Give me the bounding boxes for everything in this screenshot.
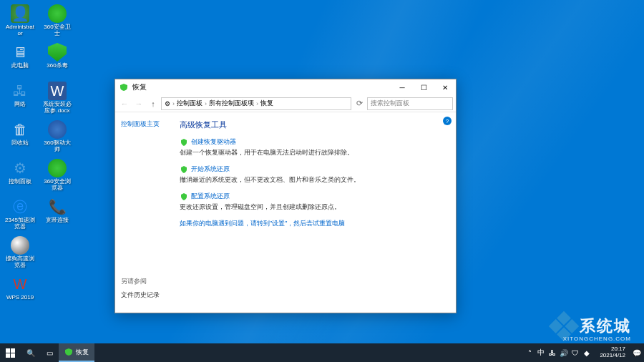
chevron-right-icon: ›: [172, 100, 175, 107]
titlebar[interactable]: 恢复 ─ ☐ ✕: [115, 79, 456, 95]
desktop-icon-2345-browser[interactable]: ⓔ 2345加速浏览器: [3, 196, 37, 233]
desktop-icon-360-guard[interactable]: 360安全卫士: [40, 3, 74, 40]
recovery-window: 恢复 ─ ☐ ✕ ← → ↑ ⚙ › 控制面板 › 所有控制面板项 › 恢复 ⟳…: [114, 79, 457, 313]
tool-desc: 创建一个恢复驱动器，用于在电脑无法启动时进行故障排除。: [180, 148, 447, 157]
watermark-url: XITONGCHENG.COM: [563, 336, 631, 342]
tool-create-recovery-drive: 创建恢复驱动器 创建一个恢复驱动器，用于在电脑无法启动时进行故障排除。: [180, 137, 447, 157]
browser-icon: ⓔ: [11, 197, 29, 216]
navbar: ← → ↑ ⚙ › 控制面板 › 所有控制面板项 › 恢复 ⟳ 搜索控制面板: [115, 95, 456, 112]
360-driver-icon: [48, 120, 67, 139]
section-title: 高级恢复工具: [180, 119, 447, 130]
chevron-right-icon: ›: [256, 100, 258, 107]
tray-chevron-up-icon[interactable]: ˄: [525, 348, 534, 357]
svg-rect-0: [6, 348, 10, 353]
main-pane: ? 高级恢复工具 创建恢复驱动器 创建一个恢复驱动器，用于在电脑无法启动时进行故…: [171, 112, 456, 313]
tool-desc: 更改还原设置，管理磁盘空间，并且创建或删除还原点。: [180, 202, 447, 212]
svg-rect-2: [6, 353, 10, 358]
clock-date: 2021/4/12: [600, 353, 625, 359]
tool-desc: 撤消最近的系统更改，但不更改文档、图片和音乐之类的文件。: [180, 175, 447, 185]
tray-ime-icon[interactable]: 中: [537, 348, 545, 357]
desktop-icon-dialup[interactable]: 📞 宽带连接: [40, 196, 74, 233]
control-panel-icon: ⚙: [165, 100, 170, 107]
360-browser-icon: [48, 159, 67, 177]
tray-shield-icon[interactable]: 🛡: [571, 348, 580, 357]
shield-icon: [180, 165, 188, 174]
taskbar-clock[interactable]: 20:17 2021/4/12: [595, 346, 630, 359]
notification-icon: 💬: [633, 349, 641, 357]
reset-pc-hint-link[interactable]: 如果你的电脑遇到问题，请转到"设置"，然后尝试重置电脑: [180, 220, 345, 227]
chevron-right-icon: ›: [205, 100, 207, 107]
sidebar-home-link[interactable]: 控制面板主页: [121, 120, 160, 127]
svg-rect-1: [11, 348, 15, 353]
back-button[interactable]: ←: [118, 97, 131, 110]
breadcrumb-item[interactable]: 控制面板: [177, 99, 203, 108]
close-button[interactable]: ✕: [434, 80, 456, 94]
up-button[interactable]: ↑: [147, 97, 160, 110]
dialup-icon: 📞: [48, 197, 67, 216]
desktop-icon-wps[interactable]: W WPS 2019: [3, 273, 37, 310]
desktop-icon-sys-req-doc[interactable]: W 系统安装必应参.docx: [40, 80, 74, 117]
system-restore-link[interactable]: 开始系统还原: [191, 165, 230, 174]
desktop-icon-administrator[interactable]: 👤 Administrator: [3, 3, 37, 40]
shield-icon: [180, 192, 188, 201]
file-history-link[interactable]: 文件历史记录: [121, 291, 160, 298]
forward-button[interactable]: →: [132, 97, 145, 110]
user-icon: 👤: [11, 4, 29, 23]
tray-volume-icon[interactable]: 🔊: [560, 348, 568, 357]
taskbar: 🔍 ▭ 恢复 ˄ 中 🖧 🔊 🛡 ◆ 20:17 2021/4/12 💬: [0, 343, 644, 362]
sogou-icon: [11, 236, 29, 255]
sidebar: 控制面板主页 另请参阅 文件历史记录: [115, 112, 171, 313]
taskbar-app-recovery[interactable]: 恢复: [59, 343, 94, 362]
desktop-icons: 👤 Administrator 🖥 此电脑 🖧 网络 🗑 回收站 ⚙ 控制面板 …: [3, 3, 37, 339]
breadcrumb[interactable]: ⚙ › 控制面板 › 所有控制面板项 › 恢复: [161, 97, 351, 110]
help-icon[interactable]: ?: [443, 117, 452, 125]
refresh-button[interactable]: ⟳: [353, 97, 366, 110]
related-section: 另请参阅 文件历史记录: [121, 277, 160, 300]
create-recovery-drive-link[interactable]: 创建恢复驱动器: [191, 137, 236, 147]
action-center-button[interactable]: 💬: [630, 343, 644, 362]
taskbar-app-label: 恢复: [76, 348, 89, 357]
desktop-icon-360-browser[interactable]: 360安全浏览器: [40, 157, 74, 195]
shield-icon: [48, 43, 67, 62]
desktop-icon-network[interactable]: 🖧 网络: [3, 80, 37, 117]
wps-icon: W: [11, 275, 29, 293]
tray-app-icon[interactable]: ◆: [582, 348, 591, 357]
svg-rect-3: [11, 353, 15, 358]
breadcrumb-item[interactable]: 所有控制面板项: [209, 99, 254, 108]
bin-icon: 🗑: [11, 120, 29, 139]
desktop-icons-col2: 360安全卫士 360杀毒 W 系统安装必应参.docx 360驱动大师 360…: [40, 3, 74, 339]
configure-restore-link[interactable]: 配置系统还原: [191, 192, 230, 201]
search-icon: 🔍: [26, 349, 35, 357]
search-button[interactable]: 🔍: [21, 343, 41, 362]
search-input[interactable]: 搜索控制面板: [367, 97, 453, 110]
360-icon: [48, 4, 67, 23]
shield-icon: [180, 138, 188, 147]
desktop-icon-360-av[interactable]: 360杀毒: [40, 41, 74, 79]
network-icon: 🖧: [11, 82, 29, 100]
recovery-icon: [64, 348, 73, 356]
recovery-icon: [118, 82, 130, 93]
maximize-button[interactable]: ☐: [413, 80, 434, 94]
desktop-icon-control-panel[interactable]: ⚙ 控制面板: [3, 157, 37, 195]
task-view-icon: ▭: [47, 349, 53, 357]
task-view-button[interactable]: ▭: [41, 343, 59, 362]
start-button[interactable]: [0, 343, 21, 362]
tray-network-icon[interactable]: 🖧: [548, 348, 557, 357]
word-icon: W: [48, 82, 67, 100]
breadcrumb-item[interactable]: 恢复: [260, 99, 273, 108]
system-tray[interactable]: ˄ 中 🖧 🔊 🛡 ◆: [521, 348, 595, 357]
desktop-icon-this-pc[interactable]: 🖥 此电脑: [3, 41, 37, 79]
control-panel-icon: ⚙: [11, 159, 29, 177]
tool-configure-restore: 配置系统还原 更改还原设置，管理磁盘空间，并且创建或删除还原点。: [180, 192, 447, 212]
watermark-text: 系统城: [580, 315, 631, 337]
desktop-icon-360-driver[interactable]: 360驱动大师: [40, 119, 74, 156]
watermark: 系统城: [552, 315, 631, 338]
desktop-icon-recycle-bin[interactable]: 🗑 回收站: [3, 119, 37, 156]
pc-icon: 🖥: [11, 43, 29, 62]
desktop-icon-sogou-browser[interactable]: 搜狗高速浏览器: [3, 235, 37, 272]
windows-icon: [6, 348, 15, 358]
tool-system-restore: 开始系统还原 撤消最近的系统更改，但不更改文档、图片和音乐之类的文件。: [180, 165, 447, 185]
related-header: 另请参阅: [121, 277, 160, 286]
window-title: 恢复: [132, 82, 147, 92]
minimize-button[interactable]: ─: [391, 80, 413, 94]
